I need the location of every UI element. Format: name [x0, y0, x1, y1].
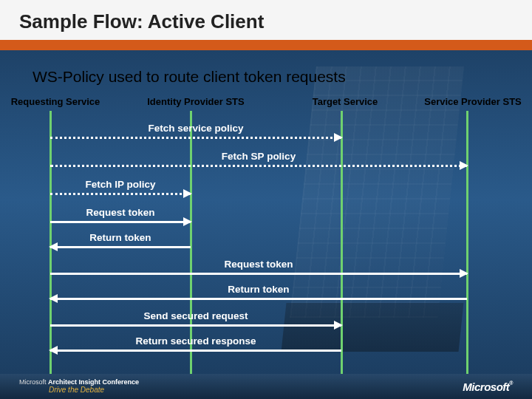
conference-name: Microsoft Architect Insight Conference [19, 379, 139, 386]
message-row: Fetch SP policy [0, 158, 532, 171]
conference-tagline: Drive the Debate [49, 386, 139, 394]
message-line [50, 324, 341, 327]
arrow-head-icon [460, 161, 468, 170]
message-row: Fetch service policy [0, 130, 532, 143]
participant-label: Service Provider STS [417, 96, 528, 107]
message-line [50, 221, 191, 223]
message-row: Return token [0, 239, 532, 253]
message-line [50, 165, 467, 167]
slide-subtitle: WS-Policy used to route client token req… [33, 68, 346, 86]
participant-header-row: Requesting ServiceIdentity Provider STST… [0, 96, 532, 111]
arrow-head-icon [49, 294, 58, 303]
message-label: Fetch IP policy [50, 179, 191, 190]
message-label: Return secured response [50, 335, 341, 347]
conference-brand-prefix: Microsoft [19, 378, 48, 386]
arrow-head-icon [49, 242, 58, 251]
message-line [50, 349, 341, 352]
message-row: Fetch IP policy [0, 186, 532, 200]
arrow-head-icon [460, 269, 468, 278]
message-line [50, 193, 191, 195]
message-label: Send secured request [50, 310, 341, 321]
message-row: Return token [0, 291, 532, 304]
message-label: Request token [50, 259, 467, 270]
message-row: Return secured response [0, 343, 532, 356]
message-label: Return token [50, 232, 191, 243]
slide-title: Sample Flow: Active Client [19, 10, 532, 33]
arrow-head-icon [183, 189, 192, 198]
message-line [50, 137, 341, 139]
microsoft-logo-registered: ® [509, 381, 513, 386]
message-label: Fetch SP policy [50, 151, 467, 162]
participant-label: Requesting Service [7, 96, 103, 107]
microsoft-logo: Microsoft® [463, 381, 513, 393]
message-row: Send secured request [0, 318, 532, 331]
arrow-head-icon [49, 346, 58, 355]
message-line [50, 246, 191, 248]
title-bar: Sample Flow: Active Client [0, 0, 532, 50]
slide-root: Sample Flow: Active Client WS-Policy use… [0, 0, 532, 399]
participant-label: Identity Provider STS [140, 96, 251, 107]
conference-brand-main: Architect Insight Conference [48, 378, 139, 386]
message-row: Request token [0, 214, 532, 228]
participant-label: Target Service [304, 96, 386, 107]
message-row: Request token [0, 266, 532, 279]
message-label: Return token [50, 284, 467, 295]
message-line [50, 298, 467, 300]
message-label: Fetch service policy [50, 123, 341, 134]
message-line [50, 273, 467, 275]
arrow-head-icon [183, 217, 192, 226]
microsoft-logo-text: Microsoft [463, 381, 509, 393]
arrow-head-icon [334, 133, 343, 142]
footer-bar: Microsoft Architect Insight Conference D… [0, 374, 532, 399]
message-label: Request token [50, 207, 191, 218]
arrow-head-icon [334, 321, 343, 330]
conference-logo: Microsoft Architect Insight Conference D… [19, 379, 139, 395]
